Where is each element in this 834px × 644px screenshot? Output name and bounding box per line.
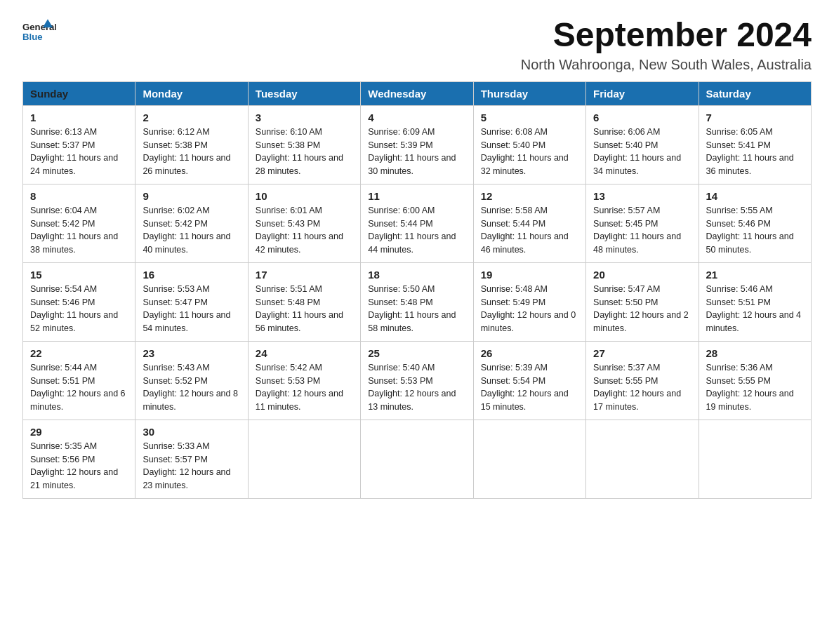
day-number: 14 — [706, 190, 804, 202]
table-row: 3Sunrise: 6:10 AMSunset: 5:38 PMDaylight… — [248, 105, 360, 184]
day-number: 10 — [256, 190, 353, 202]
day-info: Sunrise: 6:06 AMSunset: 5:40 PMDaylight:… — [593, 127, 681, 176]
table-row: 12Sunrise: 5:58 AMSunset: 5:44 PMDayligh… — [473, 184, 585, 262]
table-row: 1Sunrise: 6:13 AMSunset: 5:37 PMDaylight… — [23, 105, 135, 184]
table-row: 7Sunrise: 6:05 AMSunset: 5:41 PMDaylight… — [699, 105, 811, 184]
month-title: September 2024 — [521, 17, 812, 54]
day-number: 24 — [256, 347, 353, 359]
header-sunday: Sunday — [23, 81, 135, 105]
table-row: 17Sunrise: 5:51 AMSunset: 5:48 PMDayligh… — [248, 262, 360, 341]
day-info: Sunrise: 5:55 AMSunset: 5:46 PMDaylight:… — [706, 206, 794, 255]
day-number: 18 — [368, 269, 465, 281]
table-row: 9Sunrise: 6:02 AMSunset: 5:42 PMDaylight… — [135, 184, 248, 262]
table-row — [361, 420, 473, 498]
day-number: 12 — [481, 190, 578, 202]
table-row: 28Sunrise: 5:36 AMSunset: 5:55 PMDayligh… — [699, 341, 811, 420]
day-number: 19 — [481, 269, 578, 281]
table-row: 20Sunrise: 5:47 AMSunset: 5:50 PMDayligh… — [586, 262, 699, 341]
day-number: 16 — [143, 269, 240, 281]
day-info: Sunrise: 5:46 AMSunset: 5:51 PMDaylight:… — [706, 284, 802, 333]
day-number: 7 — [706, 112, 804, 123]
day-number: 30 — [143, 426, 240, 438]
day-info: Sunrise: 5:57 AMSunset: 5:45 PMDaylight:… — [593, 206, 681, 255]
table-row — [699, 420, 811, 498]
day-number: 1 — [30, 112, 128, 123]
table-row — [248, 420, 360, 498]
table-row: 24Sunrise: 5:42 AMSunset: 5:53 PMDayligh… — [248, 341, 360, 420]
day-info: Sunrise: 6:05 AMSunset: 5:41 PMDaylight:… — [706, 127, 794, 176]
day-number: 20 — [593, 269, 691, 281]
table-row: 23Sunrise: 5:43 AMSunset: 5:52 PMDayligh… — [135, 341, 248, 420]
day-number: 4 — [368, 112, 465, 123]
day-info: Sunrise: 5:58 AMSunset: 5:44 PMDaylight:… — [481, 206, 569, 255]
header-friday: Friday — [586, 81, 699, 105]
day-info: Sunrise: 6:10 AMSunset: 5:38 PMDaylight:… — [256, 127, 343, 176]
day-info: Sunrise: 5:47 AMSunset: 5:50 PMDaylight:… — [593, 284, 689, 333]
day-number: 6 — [593, 112, 691, 123]
header-thursday: Thursday — [473, 81, 585, 105]
day-number: 17 — [256, 269, 353, 281]
day-number: 21 — [706, 269, 804, 281]
day-info: Sunrise: 5:51 AMSunset: 5:48 PMDaylight:… — [256, 284, 343, 333]
day-info: Sunrise: 5:39 AMSunset: 5:54 PMDaylight:… — [481, 363, 569, 412]
header-tuesday: Tuesday — [248, 81, 360, 105]
day-number: 15 — [30, 269, 128, 281]
table-row: 27Sunrise: 5:37 AMSunset: 5:55 PMDayligh… — [586, 341, 699, 420]
title-area: September 2024 North Wahroonga, New Sout… — [521, 17, 812, 73]
day-info: Sunrise: 6:13 AMSunset: 5:37 PMDaylight:… — [30, 127, 118, 176]
day-info: Sunrise: 5:42 AMSunset: 5:53 PMDaylight:… — [256, 363, 343, 412]
day-info: Sunrise: 5:44 AMSunset: 5:51 PMDaylight:… — [30, 363, 126, 412]
day-info: Sunrise: 6:00 AMSunset: 5:44 PMDaylight:… — [368, 206, 456, 255]
table-row: 11Sunrise: 6:00 AMSunset: 5:44 PMDayligh… — [361, 184, 473, 262]
table-row: 18Sunrise: 5:50 AMSunset: 5:48 PMDayligh… — [361, 262, 473, 341]
calendar-week-row: 29Sunrise: 5:35 AMSunset: 5:56 PMDayligh… — [23, 420, 812, 498]
calendar-week-row: 15Sunrise: 5:54 AMSunset: 5:46 PMDayligh… — [23, 262, 812, 341]
page-header: General Blue September 2024 North Wahroo… — [22, 17, 812, 73]
day-number: 2 — [143, 112, 240, 123]
day-info: Sunrise: 6:02 AMSunset: 5:42 PMDaylight:… — [143, 206, 230, 255]
day-number: 27 — [593, 347, 691, 359]
day-info: Sunrise: 5:50 AMSunset: 5:48 PMDaylight:… — [368, 284, 456, 333]
day-info: Sunrise: 6:09 AMSunset: 5:39 PMDaylight:… — [368, 127, 456, 176]
table-row: 30Sunrise: 5:33 AMSunset: 5:57 PMDayligh… — [135, 420, 248, 498]
day-number: 11 — [368, 190, 465, 202]
table-row: 6Sunrise: 6:06 AMSunset: 5:40 PMDaylight… — [586, 105, 699, 184]
table-row: 14Sunrise: 5:55 AMSunset: 5:46 PMDayligh… — [699, 184, 811, 262]
table-row: 25Sunrise: 5:40 AMSunset: 5:53 PMDayligh… — [361, 341, 473, 420]
calendar-week-row: 1Sunrise: 6:13 AMSunset: 5:37 PMDaylight… — [23, 105, 812, 184]
day-number: 8 — [30, 190, 128, 202]
day-info: Sunrise: 6:01 AMSunset: 5:43 PMDaylight:… — [256, 206, 343, 255]
day-number: 9 — [143, 190, 240, 202]
header-saturday: Saturday — [699, 81, 811, 105]
day-info: Sunrise: 5:54 AMSunset: 5:46 PMDaylight:… — [30, 284, 118, 333]
table-row: 26Sunrise: 5:39 AMSunset: 5:54 PMDayligh… — [473, 341, 585, 420]
day-info: Sunrise: 5:40 AMSunset: 5:53 PMDaylight:… — [368, 363, 456, 412]
table-row: 21Sunrise: 5:46 AMSunset: 5:51 PMDayligh… — [699, 262, 811, 341]
day-info: Sunrise: 5:33 AMSunset: 5:57 PMDaylight:… — [143, 441, 230, 490]
logo-icon: General Blue — [22, 17, 56, 45]
calendar-table: Sunday Monday Tuesday Wednesday Thursday… — [22, 81, 812, 499]
day-info: Sunrise: 5:48 AMSunset: 5:49 PMDaylight:… — [481, 284, 576, 333]
calendar-week-row: 8Sunrise: 6:04 AMSunset: 5:42 PMDaylight… — [23, 184, 812, 262]
day-number: 28 — [706, 347, 804, 359]
day-info: Sunrise: 5:37 AMSunset: 5:55 PMDaylight:… — [593, 363, 681, 412]
day-number: 22 — [30, 347, 128, 359]
table-row: 15Sunrise: 5:54 AMSunset: 5:46 PMDayligh… — [23, 262, 135, 341]
day-number: 13 — [593, 190, 691, 202]
day-number: 5 — [481, 112, 578, 123]
table-row: 29Sunrise: 5:35 AMSunset: 5:56 PMDayligh… — [23, 420, 135, 498]
table-row: 19Sunrise: 5:48 AMSunset: 5:49 PMDayligh… — [473, 262, 585, 341]
day-info: Sunrise: 6:04 AMSunset: 5:42 PMDaylight:… — [30, 206, 118, 255]
table-row: 8Sunrise: 6:04 AMSunset: 5:42 PMDaylight… — [23, 184, 135, 262]
table-row: 10Sunrise: 6:01 AMSunset: 5:43 PMDayligh… — [248, 184, 360, 262]
day-number: 25 — [368, 347, 465, 359]
table-row: 2Sunrise: 6:12 AMSunset: 5:38 PMDaylight… — [135, 105, 248, 184]
table-row — [473, 420, 585, 498]
day-number: 26 — [481, 347, 578, 359]
day-info: Sunrise: 6:12 AMSunset: 5:38 PMDaylight:… — [143, 127, 230, 176]
calendar-header-row: Sunday Monday Tuesday Wednesday Thursday… — [23, 81, 812, 105]
day-number: 29 — [30, 426, 128, 438]
day-info: Sunrise: 5:53 AMSunset: 5:47 PMDaylight:… — [143, 284, 230, 333]
header-monday: Monday — [135, 81, 248, 105]
table-row: 22Sunrise: 5:44 AMSunset: 5:51 PMDayligh… — [23, 341, 135, 420]
